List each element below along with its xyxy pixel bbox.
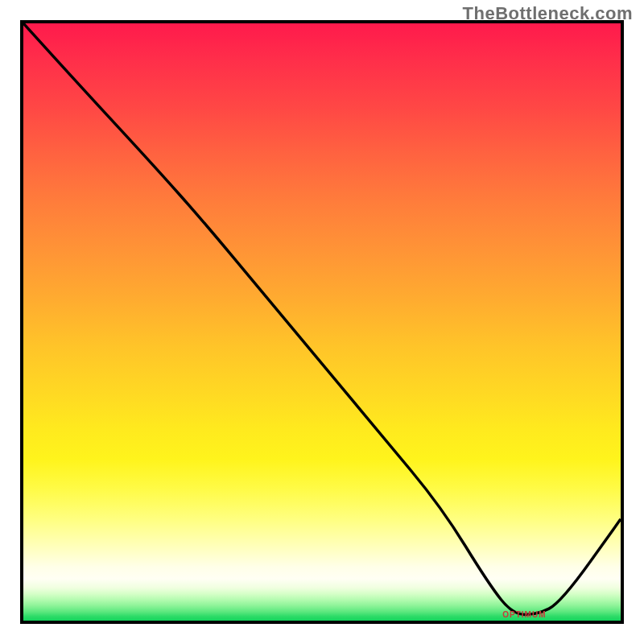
- chart-frame: OPTIMUM: [20, 20, 624, 624]
- optimum-label: OPTIMUM: [502, 610, 546, 619]
- gradient-fill: [23, 23, 621, 621]
- chart-root: { "attribution": "TheBottleneck.com", "o…: [0, 0, 644, 644]
